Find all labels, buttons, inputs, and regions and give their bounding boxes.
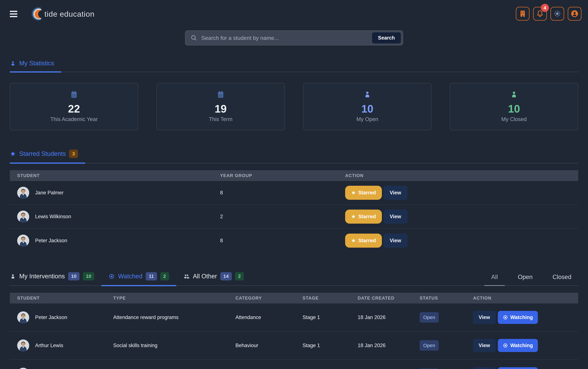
stat-value: 10 [508,103,520,115]
avatar [17,339,29,351]
topbar-actions: 4 [516,7,581,20]
starred-button[interactable]: Starred [345,234,382,248]
column-header-year-group: YEAR GROUP [220,173,345,178]
stat-cards: 22 This Academic Year 19 This Term 10 My… [10,83,578,130]
organisation-button[interactable] [516,7,529,20]
building-icon [518,10,527,18]
logo-text: tide education [44,10,95,19]
view-button[interactable]: View [384,210,407,224]
column-header-action: ACTION [473,296,578,301]
stat-card-my-closed: 10 My Closed [450,83,578,130]
eye-icon [109,273,115,279]
menu-icon[interactable] [10,8,21,20]
watching-button[interactable]: Watching [498,339,538,352]
stat-card-this-term: 19 This Term [156,83,285,130]
intervention-type: Attendance reward programs [113,314,235,320]
interventions-tabs-bar: My Interventions 10 10 Watched 11 2 All … [10,272,578,286]
search-button[interactable]: Search [372,32,401,43]
tab-all-other[interactable]: All Other 14 2 [176,272,251,285]
open-count-badge: 14 [220,272,232,280]
profile-icon [570,10,579,18]
table-header: STUDENT TYPE CATEGORY STAGE DATE CREATED… [10,293,578,304]
theme-toggle-button[interactable] [550,7,564,20]
open-count-badge: 11 [146,272,157,280]
stat-value: 19 [215,103,227,115]
star-icon [351,238,356,243]
view-button[interactable]: View [384,186,407,200]
notification-count-badge: 4 [541,4,549,12]
filter-all[interactable]: All [487,274,501,280]
table-row: Lewis Wilkinson 2 Starred View [10,205,578,229]
people-icon [183,273,190,279]
notifications-button[interactable]: 4 [533,7,547,20]
table-row: Arthur Lewis Social skills training Beha… [10,332,578,360]
tab-label: My Statistics [19,60,54,67]
starred-button[interactable]: Starred [345,186,382,200]
search-bar: Search [185,30,403,45]
tab-label: My Interventions [19,273,65,280]
stat-label: This Term [209,116,233,122]
column-header-type: TYPE [113,296,235,301]
stage: Stage 1 [303,343,358,348]
star-icon [10,151,16,157]
closed-count-badge: 2 [235,272,244,280]
stat-card-academic-year: 22 This Academic Year [10,83,138,130]
date-created: 18 Jan 2026 [358,314,420,320]
avatar [17,235,29,247]
table-row: Peter Jackson 8 Starred View [10,229,578,253]
view-button[interactable]: View [384,234,407,248]
person-icon [10,273,16,279]
starred-students-table: STUDENT YEAR GROUP ACTION Jane Palmer 8 … [10,170,578,253]
person-icon [510,90,518,99]
student-name: Arthur Lewis [35,343,63,348]
view-button[interactable]: View [473,367,496,369]
app-logo[interactable]: tide education [31,4,95,24]
year-group: 2 [220,214,345,220]
avatar [17,187,29,199]
starred-tabs-bar: Starred Students 3 [10,150,578,163]
person-icon [10,60,16,66]
intervention-type: Social skills training [113,343,235,348]
person-icon [363,90,372,99]
open-count-badge: 10 [68,272,80,280]
watching-button[interactable]: Watching [498,367,538,369]
tab-my-statistics[interactable]: My Statistics [10,60,61,72]
stat-label: My Open [356,116,378,122]
student-name: Peter Jackson [35,238,67,244]
tab-my-interventions[interactable]: My Interventions 10 10 [10,272,101,285]
view-button[interactable]: View [473,339,496,352]
profile-button[interactable] [568,7,581,20]
watching-button[interactable]: Watching [498,311,538,324]
view-button[interactable]: View [473,311,496,324]
search-row: Search [0,30,588,45]
status-badge: Open [420,312,439,323]
table-row: Peter Jackson Daily behavior tracking Be… [10,360,578,369]
tab-watched[interactable]: Watched 11 2 [101,272,176,285]
search-icon [190,34,197,41]
column-header-action: ACTION [345,173,578,178]
sun-icon [553,10,562,18]
starred-button[interactable]: Starred [345,210,382,224]
status-filters: All Open Closed [487,274,578,285]
search-input[interactable] [197,35,372,41]
star-icon [351,214,356,219]
tab-label: All Other [193,273,217,280]
statistics-tabs-bar: My Statistics [10,60,578,72]
student-name: Jane Palmer [35,190,63,196]
column-header-student: STUDENT [10,296,113,301]
tab-label: Starred Students [19,150,66,157]
eye-icon [503,315,508,320]
category: Behaviour [235,343,303,348]
year-group: 8 [220,190,345,196]
starred-count-badge: 3 [69,150,78,158]
stage: Stage 1 [303,314,358,320]
filter-open[interactable]: Open [514,274,536,280]
stat-card-my-open: 10 My Open [303,83,432,130]
filter-closed[interactable]: Closed [549,274,575,280]
interventions-table: STUDENT TYPE CATEGORY STAGE DATE CREATED… [10,293,578,369]
closed-count-badge: 2 [160,272,169,280]
avatar [17,311,29,323]
category: Attendance [235,314,303,320]
closed-count-badge: 10 [83,272,94,280]
tab-starred-students[interactable]: Starred Students 3 [10,150,85,163]
